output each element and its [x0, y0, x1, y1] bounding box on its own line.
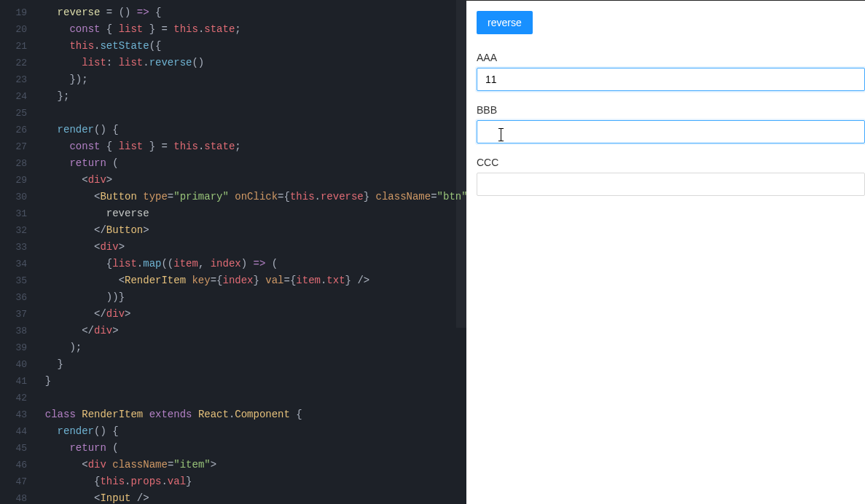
- item-input[interactable]: [477, 120, 865, 143]
- line-number: 43: [0, 406, 33, 423]
- item-label: BBB: [477, 104, 865, 116]
- code-line[interactable]: render() {: [33, 122, 466, 138]
- code-line[interactable]: class RenderItem extends React.Component…: [33, 406, 466, 423]
- list-item: AAA: [477, 52, 865, 91]
- code-line[interactable]: {this.props.val}: [33, 473, 466, 490]
- line-number: 42: [0, 390, 33, 406]
- line-number: 39: [0, 339, 33, 356]
- code-line[interactable]: this.setState({: [33, 38, 466, 55]
- preview-pane: reverse AAABBBCCC: [466, 0, 865, 504]
- line-number: 19: [0, 4, 33, 21]
- code-line[interactable]: );: [33, 339, 466, 356]
- line-number: 26: [0, 122, 33, 138]
- line-number: 47: [0, 473, 33, 490]
- line-number: 30: [0, 189, 33, 205]
- preview-viewport: reverse AAABBBCCC: [466, 1, 865, 504]
- item-label: CCC: [477, 157, 865, 168]
- code-line[interactable]: </div>: [33, 306, 466, 323]
- code-line[interactable]: const { list } = this.state;: [33, 21, 466, 38]
- code-line[interactable]: }: [33, 373, 466, 390]
- line-gutter: 1920212223242526272829303132333435363738…: [0, 0, 33, 504]
- code-line[interactable]: </div>: [33, 323, 466, 339]
- line-number: 35: [0, 272, 33, 289]
- reverse-button[interactable]: reverse: [477, 11, 533, 34]
- line-number: 46: [0, 457, 33, 473]
- line-number: 28: [0, 155, 33, 172]
- code-line[interactable]: [33, 390, 466, 406]
- line-number: 21: [0, 38, 33, 55]
- code-line[interactable]: list: list.reverse(): [33, 55, 466, 71]
- line-number: 25: [0, 105, 33, 122]
- list-item: CCC: [477, 157, 865, 196]
- item-input[interactable]: [477, 68, 865, 91]
- line-number: 23: [0, 71, 33, 88]
- code-line[interactable]: });: [33, 71, 466, 88]
- line-number: 22: [0, 55, 33, 71]
- line-number: 38: [0, 323, 33, 339]
- code-line[interactable]: ))}: [33, 289, 466, 306]
- code-line[interactable]: [33, 105, 466, 122]
- code-line[interactable]: };: [33, 88, 466, 105]
- code-line[interactable]: <Input />: [33, 490, 466, 504]
- line-number: 20: [0, 21, 33, 38]
- code-line[interactable]: reverse: [33, 205, 466, 222]
- code-line[interactable]: return (: [33, 155, 466, 172]
- item-label: AAA: [477, 52, 865, 63]
- code-line[interactable]: <RenderItem key={index} val={item.txt} /…: [33, 272, 466, 289]
- code-line[interactable]: <Button type="primary" onClick={this.rev…: [33, 189, 466, 205]
- line-number: 40: [0, 356, 33, 373]
- code-line[interactable]: render() {: [33, 423, 466, 440]
- code-line[interactable]: </Button>: [33, 222, 466, 239]
- code-line[interactable]: }: [33, 356, 466, 373]
- line-number: 44: [0, 423, 33, 440]
- code-line[interactable]: return (: [33, 440, 466, 457]
- code-editor[interactable]: 1920212223242526272829303132333435363738…: [0, 0, 466, 504]
- line-number: 48: [0, 490, 33, 504]
- list-item: BBB: [477, 104, 865, 143]
- code-line[interactable]: <div>: [33, 239, 466, 256]
- line-number: 32: [0, 222, 33, 239]
- line-number: 37: [0, 306, 33, 323]
- code-line[interactable]: reverse = () => {: [33, 4, 466, 21]
- line-number: 36: [0, 289, 33, 306]
- code-line[interactable]: <div className="item">: [33, 457, 466, 473]
- line-number: 34: [0, 256, 33, 272]
- line-number: 45: [0, 440, 33, 457]
- line-number: 29: [0, 172, 33, 189]
- line-number: 33: [0, 239, 33, 256]
- code-line[interactable]: const { list } = this.state;: [33, 138, 466, 155]
- code-area[interactable]: reverse = () => { const { list } = this.…: [33, 0, 466, 504]
- line-number: 24: [0, 88, 33, 105]
- line-number: 27: [0, 138, 33, 155]
- code-line[interactable]: {list.map((item, index) => (: [33, 256, 466, 272]
- line-number: 31: [0, 205, 33, 222]
- line-number: 41: [0, 373, 33, 390]
- code-line[interactable]: <div>: [33, 172, 466, 189]
- item-input[interactable]: [477, 173, 865, 196]
